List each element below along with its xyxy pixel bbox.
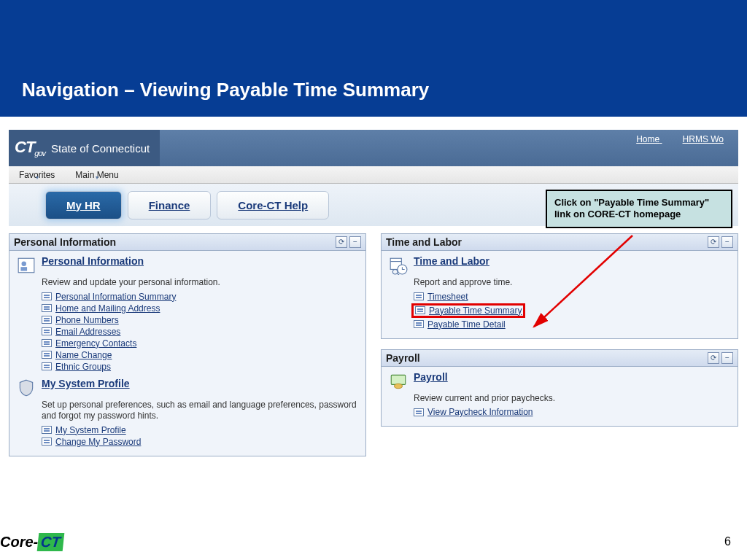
document-icon bbox=[414, 408, 424, 416]
shield-icon bbox=[15, 378, 37, 398]
tab-help[interactable]: Core-CT Help bbox=[217, 191, 329, 219]
sublink-row: Personal Information Summary bbox=[42, 292, 360, 302]
sublink-row: Home and Mailing Address bbox=[42, 303, 360, 314]
portlet-payroll: Payroll ⟳ − Payroll Review current and p… bbox=[381, 349, 738, 427]
link-payroll[interactable]: Payroll bbox=[414, 371, 448, 383]
logo-ct: CTgov bbox=[15, 138, 45, 158]
sublink-emergency-contacts[interactable]: Emergency Contacts bbox=[55, 338, 136, 349]
menubar: Favorites Main Menu bbox=[9, 166, 738, 184]
app-screenshot: CTgov State of Connecticut Home HRMS Wo … bbox=[9, 130, 738, 456]
paycheck-icon bbox=[387, 371, 409, 392]
desc-personal-info: Review and update your personal informat… bbox=[42, 277, 360, 289]
document-icon bbox=[414, 320, 424, 328]
document-icon bbox=[42, 316, 52, 324]
sublink-name-change[interactable]: Name Change bbox=[55, 350, 112, 360]
desc-payroll: Review current and prior paychecks. bbox=[414, 393, 732, 405]
document-icon bbox=[42, 304, 52, 312]
svg-rect-3 bbox=[20, 267, 27, 271]
tab-finance[interactable]: Finance bbox=[128, 191, 212, 219]
portlet-title: Time and Labor bbox=[386, 236, 462, 248]
sublink-row: Phone Numbers bbox=[42, 315, 360, 325]
left-column: Personal Information ⟳ − Personal Inform… bbox=[9, 233, 366, 456]
ctgov-logo: CTgov State of Connecticut bbox=[9, 130, 160, 166]
sublink-row: Name Change bbox=[42, 350, 360, 360]
svg-point-10 bbox=[395, 384, 403, 389]
menu-favorites[interactable]: Favorites bbox=[9, 170, 65, 180]
portlet-title: Payroll bbox=[386, 352, 420, 364]
document-icon bbox=[415, 306, 425, 314]
sublink-home-and-mailing-address[interactable]: Home and Mailing Address bbox=[55, 303, 160, 314]
document-icon bbox=[414, 292, 424, 300]
sublink-row: My System Profile bbox=[42, 425, 360, 435]
document-icon bbox=[42, 327, 52, 335]
collapse-icon[interactable]: − bbox=[721, 236, 733, 248]
sublink-ethnic-groups[interactable]: Ethnic Groups bbox=[55, 362, 111, 372]
sublink-phone-numbers[interactable]: Phone Numbers bbox=[55, 315, 119, 325]
desc-system-profile: Set up personal preferences, such as ema… bbox=[42, 400, 360, 422]
portlet-title: Personal Information bbox=[14, 236, 116, 248]
sublink-row: Change My Password bbox=[42, 437, 360, 447]
menu-main[interactable]: Main Menu bbox=[65, 170, 128, 180]
clock-calendar-icon bbox=[387, 255, 409, 276]
sublink-personal-information-summary[interactable]: Personal Information Summary bbox=[55, 292, 176, 302]
sublink-row: Email Addresses bbox=[42, 327, 360, 337]
link-time-labor[interactable]: Time and Labor bbox=[414, 255, 489, 267]
collapse-icon[interactable]: − bbox=[349, 236, 361, 248]
collapse-icon[interactable]: − bbox=[721, 352, 733, 364]
document-icon bbox=[42, 292, 52, 300]
topbar-link-home[interactable]: Home bbox=[636, 134, 659, 144]
page-number: 6 bbox=[724, 535, 731, 548]
refresh-icon[interactable]: ⟳ bbox=[708, 236, 719, 248]
sublink-my-system-profile[interactable]: My System Profile bbox=[55, 425, 126, 435]
document-icon bbox=[42, 362, 52, 370]
sublink-row: Emergency Contacts bbox=[42, 338, 360, 349]
svg-line-0 bbox=[534, 236, 632, 327]
highlight-payable-time-summary: Payable Time Summary bbox=[411, 303, 525, 318]
link-system-profile[interactable]: My System Profile bbox=[42, 378, 130, 389]
document-icon bbox=[42, 426, 52, 434]
sublink-email-addresses[interactable]: Email Addresses bbox=[55, 327, 120, 337]
refresh-icon[interactable]: ⟳ bbox=[708, 352, 719, 364]
portlet-personal-info: Personal Information ⟳ − Personal Inform… bbox=[9, 233, 366, 456]
refresh-icon[interactable]: ⟳ bbox=[336, 236, 347, 248]
slide-title: Navigation – Viewing Payable Time Summar… bbox=[22, 79, 747, 101]
sublink-row: Ethnic Groups bbox=[42, 362, 360, 372]
person-icon bbox=[15, 255, 37, 276]
sublink-payable-time-summary[interactable]: Payable Time Summary bbox=[429, 306, 522, 316]
slide-header: Navigation – Viewing Payable Time Summar… bbox=[0, 0, 747, 117]
svg-rect-9 bbox=[391, 375, 406, 384]
document-icon bbox=[42, 438, 52, 446]
instruction-callout: Click on "Payable Time Summary" link on … bbox=[546, 190, 732, 228]
document-icon bbox=[42, 351, 52, 359]
org-name: State of Connecticut bbox=[51, 142, 150, 155]
sublink-view-paycheck-information[interactable]: View Paycheck Information bbox=[427, 407, 533, 417]
arrow-annotation bbox=[512, 232, 643, 341]
core-ct-logo: Core-CT bbox=[0, 533, 63, 551]
svg-line-8 bbox=[397, 273, 399, 275]
svg-point-2 bbox=[22, 262, 27, 267]
topbar-links: Home HRMS Wo bbox=[616, 134, 724, 144]
sublink-timesheet[interactable]: Timesheet bbox=[427, 292, 468, 302]
sublink-payable-time-detail[interactable]: Payable Time Detail bbox=[427, 319, 506, 330]
topbar-link-hrms[interactable]: HRMS Wo bbox=[683, 134, 724, 144]
topbar: CTgov State of Connecticut Home HRMS Wo bbox=[9, 130, 738, 166]
tab-myhr[interactable]: My HR bbox=[45, 191, 122, 219]
sublink-row: View Paycheck Information bbox=[414, 407, 732, 417]
link-personal-info[interactable]: Personal Information bbox=[42, 255, 144, 267]
document-icon bbox=[42, 339, 52, 347]
sublink-change-my-password[interactable]: Change My Password bbox=[55, 437, 141, 447]
